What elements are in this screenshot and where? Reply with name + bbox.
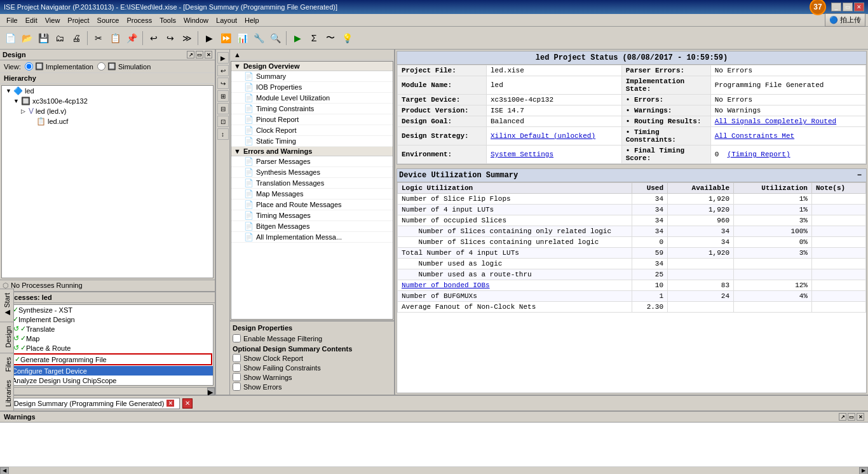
ov-item-bitgen[interactable]: 📄 Bitgen Messages [231, 221, 393, 232]
menu-help[interactable]: Help [241, 15, 263, 25]
menu-edit[interactable]: Edit [22, 15, 41, 25]
center-btn-3[interactable]: ↪ [217, 78, 229, 89]
proc-analyze[interactable]: ⚙ Analyze Design Using ChipScope [2, 376, 213, 385]
proc-synthesize[interactable]: ↺ ✓ Synthesize - XST [2, 305, 213, 315]
sim-btn[interactable]: 📊 [234, 30, 250, 46]
routing-results-link[interactable]: All Signals Completely Routed [715, 118, 836, 125]
impl-radio[interactable] [25, 62, 33, 71]
show-warn-cb[interactable] [233, 373, 241, 381]
minimize-btn[interactable]: _ [831, 3, 841, 11]
menu-file[interactable]: File [3, 15, 22, 25]
proc-translate[interactable]: ↺ ✓ Translate [2, 324, 213, 334]
menu-project[interactable]: Project [64, 15, 93, 25]
side-tab-start[interactable]: ▶ Start [0, 288, 13, 321]
ov-item-all-impl[interactable]: 📄 All Implementation Messa... [231, 232, 393, 243]
proc-genprog[interactable]: ↺ ✓ Generate Programming File [3, 353, 212, 365]
environment-link[interactable]: System Settings [491, 151, 553, 158]
tree-item-device[interactable]: ▼ 🔲 xc3s100e-4cp132 [2, 96, 213, 106]
side-tab-files[interactable]: Files [0, 353, 13, 376]
redo-btn[interactable]: ↪ [163, 30, 178, 46]
ov-item-parser[interactable]: 📄 Parser Messages [231, 156, 393, 167]
cut-btn[interactable]: ✂ [91, 30, 106, 46]
show-fail-row[interactable]: Show Failing Constraints [233, 363, 391, 372]
center-btn-2[interactable]: ↩ [217, 65, 229, 76]
warnings-dock-btn[interactable]: ▭ [848, 413, 855, 421]
ov-item-summary[interactable]: 📄 Summary [231, 71, 393, 82]
enable-filter-row[interactable]: Enable Message Filtering [233, 334, 391, 342]
show-fail-cb[interactable] [233, 363, 241, 372]
ov-section-errors-arrow[interactable]: ▼ [234, 147, 241, 155]
iob-link[interactable]: Number of bonded IOBs [402, 281, 490, 289]
save-btn[interactable]: 💾 [36, 30, 51, 46]
light-btn[interactable]: 💡 [339, 30, 355, 46]
run-btn[interactable]: ▶ [201, 30, 217, 46]
status-tab[interactable]: Design Summary (Programming File Generat… [8, 398, 180, 409]
util-collapse-btn[interactable]: − [857, 171, 862, 180]
search-btn[interactable]: 🔍 [268, 30, 283, 46]
proc-scroll-right[interactable]: ▶ [207, 388, 215, 395]
impl-radio-label[interactable]: 🔲 Implementation [25, 62, 93, 71]
ov-item-static[interactable]: 📄 Static Timing [231, 136, 393, 147]
show-clock-row[interactable]: Show Clock Report [233, 354, 391, 362]
center-btn-6[interactable]: ⊡ [217, 116, 229, 127]
center-btn-5[interactable]: ⊟ [217, 103, 229, 114]
center-btn-4[interactable]: ⊞ [217, 90, 229, 102]
proc-implement[interactable]: ↺ ✓ Implement Design [2, 315, 213, 324]
center-btn-1[interactable]: ▶ [217, 52, 229, 64]
sigma-btn[interactable]: Σ [306, 30, 322, 46]
ov-item-pinout[interactable]: 📄 Pinout Report [231, 114, 393, 125]
ov-item-map-msg[interactable]: 📄 Map Messages [231, 189, 393, 200]
ov-item-synth-msg[interactable]: 📄 Synthesis Messages [231, 167, 393, 178]
warnings-hscroll[interactable]: ◀ ▶ [0, 466, 868, 474]
tree-item-leducf[interactable]: 📋 led.ucf [2, 116, 213, 126]
ov-item-clock[interactable]: 📄 Clock Report [231, 125, 393, 136]
window-controls[interactable]: _ ▭ ✕ [831, 3, 864, 11]
side-tab-design[interactable]: Design [0, 322, 13, 351]
wave-btn[interactable]: 〜 [323, 30, 338, 46]
show-err-cb[interactable] [233, 383, 241, 391]
timing-constraints-link[interactable]: All Constraints Met [715, 132, 794, 140]
tool1-btn[interactable]: 🔧 [251, 30, 266, 46]
ov-item-trans-msg[interactable]: 📄 Translation Messages [231, 178, 393, 189]
design-overview-tree[interactable]: ▼ Design Overview 📄 Summary 📄 IOB Proper… [231, 61, 393, 320]
expand-btn[interactable]: ≫ [179, 30, 194, 46]
status-close-btn[interactable]: ✕ [182, 398, 193, 409]
timing-report-link[interactable]: (Timing Report) [728, 151, 790, 158]
hierarchy-tree[interactable]: ▼ 🔷 led ▼ 🔲 xc3s100e-4cp132 ▷ V led (led… [1, 85, 214, 278]
side-tab-libs[interactable]: Libraries [0, 376, 13, 410]
status-tab-close[interactable]: × [166, 400, 174, 407]
chinese-btn[interactable]: 🔵 拍上传 [825, 13, 865, 27]
sim-radio[interactable] [97, 62, 105, 71]
tree-item-led[interactable]: ▼ 🔷 led [2, 86, 213, 96]
paste-btn[interactable]: 📌 [124, 30, 139, 46]
print-btn[interactable]: 🖨 [69, 30, 84, 46]
ov-item-iob[interactable]: 📄 IOB Properties [231, 82, 393, 93]
hscroll-right[interactable]: ▶ [859, 467, 868, 475]
center-btn-7[interactable]: ↕ [217, 128, 229, 140]
show-err-row[interactable]: Show Errors [233, 383, 391, 391]
menu-window[interactable]: Window [180, 15, 212, 25]
ov-item-par-msg[interactable]: 📄 Place and Route Messages [231, 200, 393, 210]
menu-source[interactable]: Source [93, 15, 123, 25]
proc-par[interactable]: ↺ ✓ Place & Route [2, 343, 213, 353]
hscroll-left[interactable]: ◀ [0, 467, 9, 475]
design-panel-dock-btn[interactable]: ▭ [196, 51, 203, 58]
open-btn[interactable]: 📂 [19, 30, 34, 46]
ov-section-design-arrow[interactable]: ▼ [234, 62, 241, 70]
ov-item-mlu[interactable]: 📄 Module Level Utilization [231, 93, 393, 104]
design-strategy-link[interactable]: Xilinx Default (unlocked) [491, 132, 595, 140]
sim-radio-label[interactable]: 🔲 Simulation [97, 62, 151, 71]
run-all-btn[interactable]: ⏩ [218, 30, 233, 46]
ov-item-timing[interactable]: 📄 Timing Constraints [231, 104, 393, 114]
new-btn[interactable]: 📄 [3, 30, 18, 46]
overview-header-scroll-up[interactable]: ▲ [230, 50, 394, 60]
save-all-btn[interactable]: 🗂 [52, 30, 67, 46]
undo-btn[interactable]: ↩ [146, 30, 161, 46]
proc-configure[interactable]: ⚙ Configure Target Device [2, 366, 213, 376]
menu-layout[interactable]: Layout [212, 15, 241, 25]
restore-btn[interactable]: ▭ [843, 3, 853, 11]
tree-item-ledv[interactable]: ▷ V led (led.v) [2, 106, 213, 116]
menu-process[interactable]: Process [123, 15, 156, 25]
show-clock-cb[interactable] [233, 354, 241, 362]
play-btn[interactable]: ▶ [290, 30, 305, 46]
